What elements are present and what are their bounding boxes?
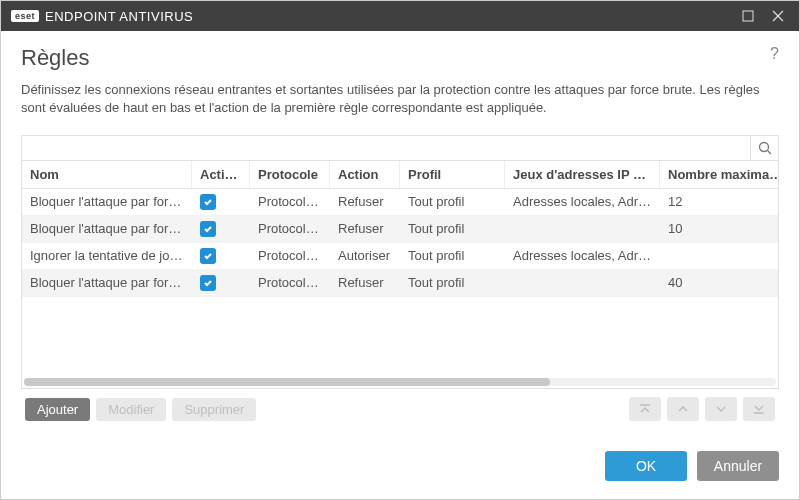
ok-button[interactable]: OK <box>605 451 687 481</box>
minimize-button[interactable] <box>733 1 763 31</box>
svg-line-4 <box>767 151 771 155</box>
col-active[interactable]: Activé(e) <box>192 161 250 188</box>
move-down-button[interactable] <box>705 397 737 421</box>
delete-button[interactable]: Supprimer <box>172 398 256 421</box>
cell-source: Adresses locales, Adress... <box>505 189 660 215</box>
svg-rect-0 <box>743 11 753 21</box>
cell-source <box>505 216 660 242</box>
cell-profil: Tout profil <box>400 216 505 242</box>
cell-max <box>660 243 778 269</box>
close-button[interactable] <box>763 1 793 31</box>
cell-source <box>505 270 660 296</box>
col-action[interactable]: Action <box>330 161 400 188</box>
col-max[interactable]: Nombre maximale d <box>660 161 778 188</box>
cancel-button[interactable]: Annuler <box>697 451 779 481</box>
cell-nom: Bloquer l'attaque par force b... <box>22 216 192 242</box>
cell-action: Refuser <box>330 270 400 296</box>
cell-action: Refuser <box>330 189 400 215</box>
brand-badge: eset <box>11 10 39 22</box>
table-header: Nom Activé(e) Protocole Action Profil Je… <box>22 161 778 189</box>
search-icon[interactable] <box>750 136 778 160</box>
rules-table: Nom Activé(e) Protocole Action Profil Je… <box>21 135 779 389</box>
checkbox-checked-icon[interactable] <box>200 248 216 264</box>
move-top-button[interactable] <box>629 397 661 421</box>
help-icon[interactable]: ? <box>770 45 779 63</box>
add-button[interactable]: Ajouter <box>25 398 90 421</box>
table-actions: Ajouter Modifier Supprimer <box>21 389 779 421</box>
cell-active[interactable] <box>192 243 250 269</box>
cell-max: 10 <box>660 216 778 242</box>
move-bottom-button[interactable] <box>743 397 775 421</box>
cell-protocole: Protocole ... <box>250 243 330 269</box>
cell-source: Adresses locales, Adress... <box>505 243 660 269</box>
content-area: Règles ? Définissez les connexions résea… <box>1 31 799 437</box>
col-protocole[interactable]: Protocole <box>250 161 330 188</box>
product-name: ENDPOINT ANTIVIRUS <box>45 9 193 24</box>
cell-profil: Tout profil <box>400 243 505 269</box>
cell-nom: Bloquer l'attaque par force b... <box>22 270 192 296</box>
svg-point-3 <box>759 143 768 152</box>
cell-active[interactable] <box>192 270 250 296</box>
cell-protocole: Protocole ... <box>250 270 330 296</box>
cell-active[interactable] <box>192 216 250 242</box>
cell-action: Refuser <box>330 216 400 242</box>
table-row[interactable]: Bloquer l'attaque par force b...Protocol… <box>22 216 778 243</box>
table-row[interactable]: Ignorer la tentative de journ...Protocol… <box>22 243 778 270</box>
checkbox-checked-icon[interactable] <box>200 194 216 210</box>
cell-action: Autoriser <box>330 243 400 269</box>
move-up-button[interactable] <box>667 397 699 421</box>
cell-max: 12 <box>660 189 778 215</box>
checkbox-checked-icon[interactable] <box>200 275 216 291</box>
search-input[interactable] <box>22 136 750 160</box>
titlebar: eset ENDPOINT ANTIVIRUS <box>1 1 799 31</box>
page-description: Définissez les connexions réseau entrant… <box>21 81 779 117</box>
col-profil[interactable]: Profil <box>400 161 505 188</box>
cell-protocole: Protocole ... <box>250 216 330 242</box>
table-row[interactable]: Bloquer l'attaque par force b...Protocol… <box>22 189 778 216</box>
cell-protocole: Protocole ... <box>250 189 330 215</box>
horizontal-scrollbar[interactable] <box>22 376 778 388</box>
page-title: Règles <box>21 45 770 71</box>
cell-nom: Bloquer l'attaque par force b... <box>22 189 192 215</box>
checkbox-checked-icon[interactable] <box>200 221 216 237</box>
col-source[interactable]: Jeux d'adresses IP source <box>505 161 660 188</box>
cell-profil: Tout profil <box>400 189 505 215</box>
edit-button[interactable]: Modifier <box>96 398 166 421</box>
cell-nom: Ignorer la tentative de journ... <box>22 243 192 269</box>
table-row[interactable]: Bloquer l'attaque par force b...Protocol… <box>22 270 778 297</box>
cell-active[interactable] <box>192 189 250 215</box>
app-window: eset ENDPOINT ANTIVIRUS Règles ? Définis… <box>0 0 800 500</box>
col-nom[interactable]: Nom <box>22 161 192 188</box>
dialog-footer: OK Annuler <box>1 437 799 499</box>
cell-max: 40 <box>660 270 778 296</box>
cell-profil: Tout profil <box>400 270 505 296</box>
